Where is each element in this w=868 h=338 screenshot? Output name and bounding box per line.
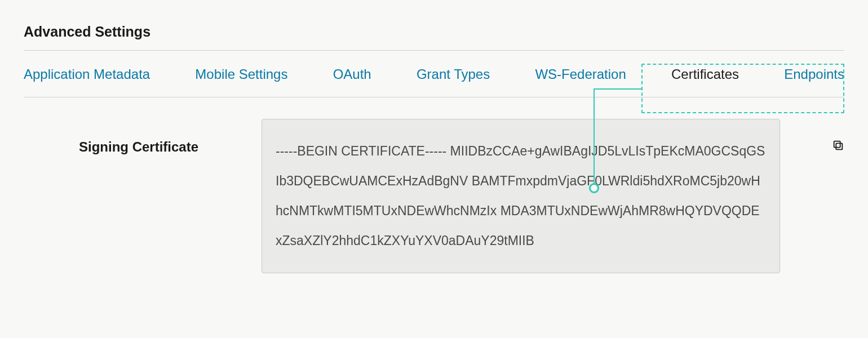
certificate-section: Signing Certificate -----BEGIN CERTIFICA… xyxy=(24,119,844,273)
tab-endpoints[interactable]: Endpoints xyxy=(784,66,844,82)
certificate-label: Signing Certificate xyxy=(24,119,262,155)
tab-grant-types[interactable]: Grant Types xyxy=(417,66,490,82)
section-title: Advanced Settings xyxy=(24,24,844,51)
tab-certificates[interactable]: Certificates xyxy=(671,66,739,82)
tab-oauth[interactable]: OAuth xyxy=(333,66,371,82)
svg-rect-0 xyxy=(836,143,842,149)
tabs-row: Application Metadata Mobile Settings OAu… xyxy=(24,51,844,97)
tab-application-metadata[interactable]: Application Metadata xyxy=(24,66,150,82)
certificate-value[interactable]: -----BEGIN CERTIFICATE----- MIIDBzCCAe+g… xyxy=(262,119,780,273)
svg-rect-1 xyxy=(834,141,840,148)
tab-mobile-settings[interactable]: Mobile Settings xyxy=(195,66,287,82)
copy-icon[interactable] xyxy=(832,139,844,152)
tab-ws-federation[interactable]: WS-Federation xyxy=(535,66,626,82)
